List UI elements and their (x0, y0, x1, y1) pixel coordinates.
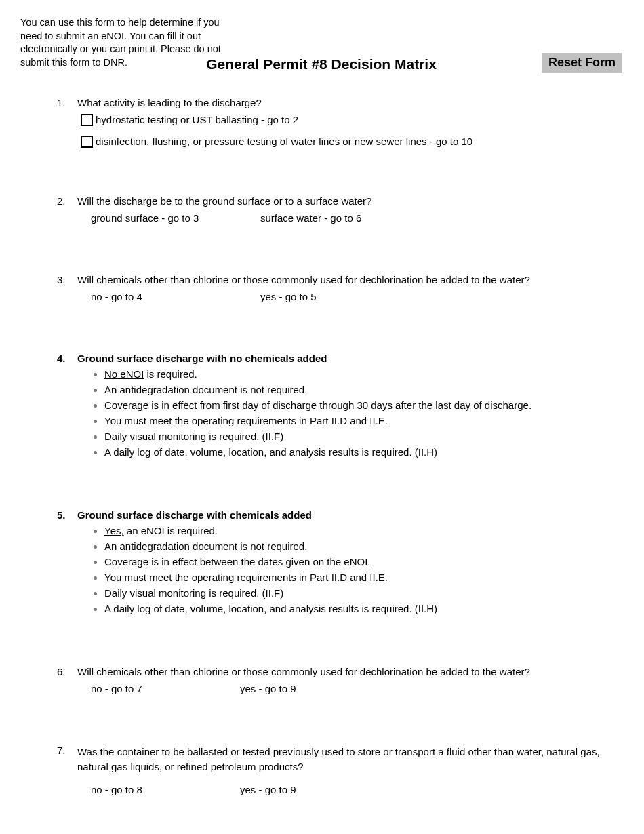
underlined-text: Yes, (104, 525, 124, 536)
intro-text: You can use this form to help determine … (20, 16, 237, 69)
question-text: Will chemicals other than chlorine or th… (77, 274, 622, 285)
list-item: Daily visual monitoring is required. (II… (104, 429, 622, 443)
question-3: 3. Will chemicals other than chlorine or… (20, 274, 622, 304)
option-label: disinfection, flushing, or pressure test… (96, 136, 472, 147)
option-b: yes - go to 5 (260, 291, 317, 302)
list-item: Yes, an eNOI is required. (104, 523, 622, 538)
item-number: 6. (57, 666, 77, 696)
option-b: surface water - go to 6 (260, 212, 361, 224)
checkbox-disinfection[interactable] (81, 136, 93, 148)
reset-form-button[interactable]: Reset Form (542, 53, 622, 73)
option-b: yes - go to 9 (240, 683, 296, 694)
list-item: Daily visual monitoring is required. (II… (104, 586, 622, 600)
item-number: 5. (57, 509, 77, 617)
list-item: You must meet the operating requirements… (104, 414, 622, 428)
list-item: Coverage is in effect between the dates … (104, 555, 622, 569)
item-number: 4. (57, 353, 77, 460)
question-6: 6. Will chemicals other than chlorine or… (20, 666, 622, 696)
option-a: no - go to 8 (91, 784, 240, 795)
list-item: No eNOI is required. (104, 367, 622, 381)
option-a: no - go to 4 (91, 291, 260, 302)
section-title: Ground surface discharge with no chemica… (77, 353, 622, 364)
option-a: no - go to 7 (91, 683, 240, 694)
question-text: Will the discharge be to the ground surf… (77, 195, 622, 207)
question-text: What activity is leading to the discharg… (77, 97, 622, 108)
item-number: 1. (57, 97, 77, 155)
underlined-text: No eNOI (104, 368, 144, 380)
list-item: A daily log of date, volume, location, a… (104, 445, 622, 459)
item-number: 3. (57, 274, 77, 304)
list-item: A daily log of date, volume, location, a… (104, 601, 622, 616)
question-4: 4. Ground surface discharge with no chem… (20, 353, 622, 460)
question-text: Was the container to be ballasted or tes… (77, 744, 622, 774)
question-5: 5. Ground surface discharge with chemica… (20, 509, 622, 617)
list-item: You must meet the operating requirements… (104, 570, 622, 584)
question-7: 7. Was the container to be ballasted or … (20, 744, 622, 797)
list-item: An antidegradation document is not requi… (104, 539, 622, 553)
item-number: 7. (57, 744, 77, 797)
question-1: 1. What activity is leading to the disch… (20, 97, 622, 155)
bullet-list: Yes, an eNOI is required. An antidegrada… (104, 523, 622, 616)
question-2: 2. Will the discharge be to the ground s… (20, 195, 622, 225)
item-number: 2. (57, 195, 77, 225)
option-b: yes - go to 9 (240, 784, 296, 795)
checkbox-hydrostatic[interactable] (81, 114, 93, 126)
list-item: Coverage is in effect from first day of … (104, 398, 622, 412)
list-item: An antidegradation document is not requi… (104, 382, 622, 397)
bullet-list: No eNOI is required. An antidegradation … (104, 367, 622, 459)
question-text: Will chemicals other than chlorine or th… (77, 666, 622, 677)
section-title: Ground surface discharge with chemicals … (77, 509, 622, 521)
option-a: ground surface - go to 3 (91, 212, 260, 224)
option-label: hydrostatic testing or UST ballasting - … (96, 114, 298, 125)
